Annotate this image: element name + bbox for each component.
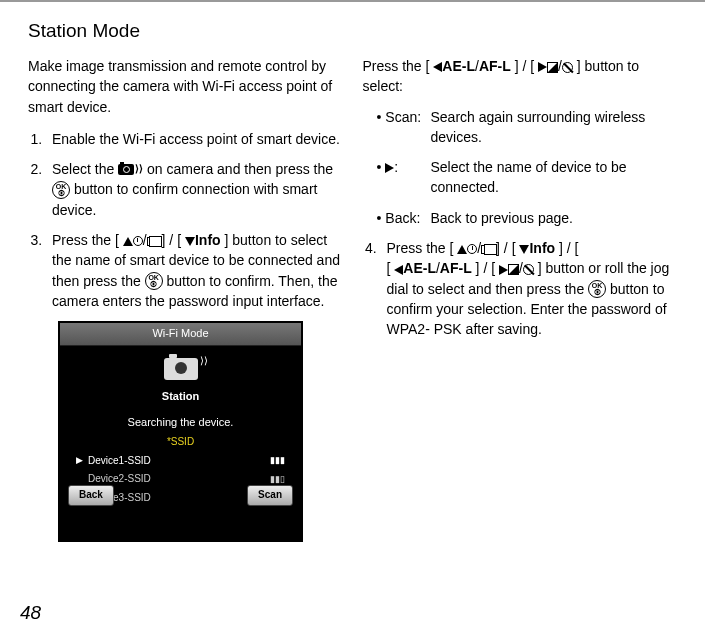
timer-icon bbox=[467, 244, 477, 254]
screenshot-device-list: ▶ Device1-SSID ▮▮▮ Device2-SSID ▮▮▯ bbox=[60, 452, 301, 514]
timer-icon bbox=[133, 236, 143, 246]
screenshot-header: Wi-Fi Mode bbox=[60, 323, 301, 346]
steps-list-continued: Press the [ / ] / [ Info ] / [ [ AE-L/AF… bbox=[363, 238, 678, 339]
screenshot-body: ⟩⟩ Station Searching the device. *SSID ▶… bbox=[60, 346, 301, 539]
disable-icon bbox=[562, 62, 573, 73]
page-title: Station Mode bbox=[28, 20, 677, 42]
step-2: Select the ⟩⟩ on camera and then press t… bbox=[46, 159, 343, 220]
ok-button-icon: OK⦿ bbox=[145, 272, 163, 290]
screenshot-ssid-label: *SSID bbox=[60, 435, 301, 450]
step-4: Press the [ / ] / [ Info ] / [ [ AE-L/AF… bbox=[381, 238, 678, 339]
wifi-signal-icon: ▮▯▯ bbox=[270, 491, 285, 504]
burst-icon bbox=[481, 245, 492, 254]
right-column: Press the [ AE-L/AF-L ] / [ / ] button t… bbox=[363, 56, 678, 542]
exposure-icon bbox=[547, 62, 558, 73]
ok-button-icon: OK⦿ bbox=[588, 280, 606, 298]
intro-text: Make image transmission and remote contr… bbox=[28, 56, 343, 117]
page-content: Station Mode Make image transmission and… bbox=[0, 2, 705, 542]
steps-list: Enable the Wi-Fi access point of smart d… bbox=[28, 129, 343, 311]
screenshot-searching-text: Searching the device. bbox=[60, 415, 301, 431]
left-arrow-icon bbox=[394, 265, 403, 275]
screenshot-wifi-icon: ⟩⟩ bbox=[200, 354, 208, 369]
wifi-signal-icon: ▮▮▯ bbox=[270, 473, 285, 486]
up-arrow-icon bbox=[123, 237, 133, 246]
page-number: 48 bbox=[20, 602, 41, 624]
options-list: • Scan: Search again surrounding wireles… bbox=[363, 107, 678, 228]
disable-icon bbox=[523, 264, 534, 275]
left-arrow-icon bbox=[433, 62, 442, 72]
option-scan: • Scan: Search again surrounding wireles… bbox=[377, 107, 678, 148]
burst-icon bbox=[147, 237, 158, 246]
press-instruction: Press the [ AE-L/AF-L ] / [ / ] button t… bbox=[363, 56, 678, 97]
right-arrow-icon bbox=[499, 265, 508, 275]
right-arrow-icon bbox=[538, 62, 547, 72]
camera-wifi-icon: ⟩⟩ bbox=[118, 164, 143, 175]
selection-arrow-icon: ▶ bbox=[76, 454, 88, 467]
option-back: • Back: Back to previous page. bbox=[377, 208, 678, 228]
two-column-layout: Make image transmission and remote contr… bbox=[28, 56, 677, 542]
up-arrow-icon bbox=[457, 245, 467, 254]
option-play: • : Select the name of device to be conn… bbox=[377, 157, 678, 198]
exposure-icon bbox=[508, 264, 519, 275]
camera-screenshot: Wi-Fi Mode ⟩⟩ Station Searching the devi… bbox=[58, 321, 303, 541]
screenshot-device-row: ▶ Device1-SSID ▮▮▮ bbox=[76, 452, 285, 471]
wifi-signal-icon: ▮▮▮ bbox=[270, 454, 285, 467]
screenshot-device-row: Device2-SSID ▮▮▯ bbox=[76, 470, 285, 489]
down-arrow-icon bbox=[519, 245, 529, 254]
screenshot-device-row: Device3-SSID ▮▯▯ bbox=[76, 489, 285, 508]
down-arrow-icon bbox=[185, 237, 195, 246]
step-3: Press the [ / ] / [ Info ] button to sel… bbox=[46, 230, 343, 311]
right-arrow-icon bbox=[385, 163, 394, 173]
screenshot-camera-icon bbox=[164, 358, 198, 380]
screenshot-station-label: Station bbox=[60, 389, 301, 405]
ok-button-icon: OK⦿ bbox=[52, 181, 70, 199]
left-column: Make image transmission and remote contr… bbox=[28, 56, 343, 542]
step-1: Enable the Wi-Fi access point of smart d… bbox=[46, 129, 343, 149]
